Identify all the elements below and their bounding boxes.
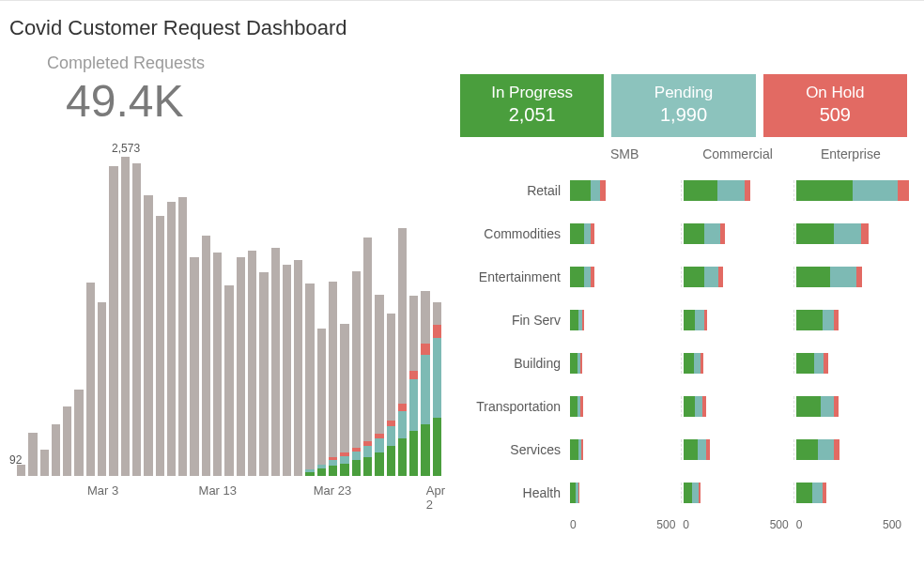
matrix-cell[interactable] [793, 310, 907, 330]
histogram-bar[interactable] [17, 465, 25, 476]
histogram-axis-tick: Mar 13 [199, 483, 237, 498]
histogram-bar[interactable] [387, 314, 395, 476]
matrix-row: Entertainment [460, 255, 907, 299]
matrix-axis: 0500 0500 0500 [460, 518, 907, 537]
matrix-cell[interactable] [681, 396, 794, 417]
matrix-cell[interactable] [793, 353, 907, 374]
histogram-bar[interactable] [329, 282, 337, 476]
matrix-cell[interactable] [681, 483, 794, 503]
histogram-bar[interactable] [28, 433, 37, 476]
histogram-bar[interactable] [52, 424, 60, 476]
histogram-bar[interactable] [86, 283, 95, 476]
histogram-bar[interactable] [305, 284, 314, 476]
status-card-title: In Progress [460, 84, 604, 102]
histogram-bar[interactable] [248, 251, 256, 476]
histogram-bar[interactable] [363, 238, 372, 476]
matrix-cell[interactable] [793, 439, 907, 460]
matrix-row: Commodities [460, 212, 907, 255]
histogram-bar[interactable] [63, 406, 71, 476]
histogram-bar[interactable] [178, 197, 187, 476]
histogram-bar[interactable] [421, 291, 429, 476]
matrix-row: Health [460, 471, 907, 514]
matrix-row-label: Commodities [460, 226, 568, 241]
matrix-row: Fin Serv [460, 299, 907, 342]
status-card[interactable]: On Hold509 [763, 74, 907, 137]
histogram-bar[interactable] [224, 285, 233, 476]
matrix-row-label: Services [460, 442, 568, 457]
histogram-bar[interactable] [271, 248, 280, 476]
matrix-cell[interactable] [568, 310, 681, 330]
status-card-value: 509 [763, 104, 907, 126]
histogram-bar[interactable] [409, 296, 418, 476]
matrix-cell[interactable] [681, 267, 794, 287]
matrix-cell[interactable] [793, 396, 907, 417]
status-card[interactable]: Pending1,990 [611, 74, 755, 137]
histogram-bar[interactable] [340, 324, 348, 477]
matrix-row: Retail [460, 169, 907, 212]
histogram-bar[interactable] [352, 271, 361, 476]
matrix-cell[interactable] [793, 483, 907, 503]
status-card-title: On Hold [763, 84, 907, 102]
matrix-cell[interactable] [793, 223, 907, 244]
histogram-axis-tick: Mar 3 [87, 483, 118, 498]
histogram-bar[interactable] [98, 302, 106, 476]
matrix-cell[interactable] [793, 267, 907, 287]
matrix-row-label: Entertainment [460, 269, 568, 284]
histogram-bar[interactable] [121, 157, 130, 476]
histogram-bar[interactable] [132, 163, 141, 476]
histogram-bar[interactable] [40, 450, 49, 476]
histogram-bar[interactable] [375, 295, 383, 476]
matrix-cell[interactable] [793, 180, 907, 201]
matrix-row-label: Health [460, 485, 568, 500]
histogram-bar[interactable] [433, 302, 441, 476]
status-card[interactable]: In Progress2,051 [460, 74, 604, 137]
histogram-bar[interactable] [259, 272, 268, 476]
matrix-cell[interactable] [568, 483, 681, 503]
matrix-cell[interactable] [681, 180, 794, 201]
matrix-cell[interactable] [568, 439, 681, 460]
segment-headers: SMB Commercial Enterprise [460, 146, 907, 161]
matrix-row: Services [460, 428, 907, 471]
status-card-value: 1,990 [611, 104, 755, 126]
matrix-cell[interactable] [681, 223, 794, 244]
histogram-axis-tick: Apr 2 [426, 483, 445, 512]
matrix-row-label: Fin Serv [460, 313, 568, 328]
histogram-bar[interactable] [237, 257, 245, 476]
matrix-cell[interactable] [681, 310, 794, 330]
histogram-chart[interactable]: 2,573 92 Mar 3Mar 13Mar 23Apr 2 [9, 136, 441, 502]
matrix-cell[interactable] [681, 353, 794, 374]
histogram-bar[interactable] [167, 202, 176, 476]
axis-tick: 500 [656, 518, 675, 531]
segment-header: Commercial [681, 146, 793, 161]
status-card-title: Pending [611, 84, 755, 102]
histogram-bar[interactable] [190, 257, 198, 476]
status-cards: In Progress2,051Pending1,990On Hold509 [460, 74, 907, 137]
histogram-bar[interactable] [317, 329, 326, 476]
kpi-value: 49.4K [66, 75, 441, 127]
matrix-cell[interactable] [568, 180, 681, 201]
matrix-cell[interactable] [681, 439, 794, 460]
histogram-bar[interactable] [283, 265, 291, 476]
axis-tick: 500 [770, 518, 789, 531]
axis-tick: 500 [883, 518, 901, 531]
histogram-axis-tick: Mar 23 [314, 483, 351, 498]
histogram-bar[interactable] [398, 228, 407, 476]
histogram-bar[interactable] [144, 195, 152, 476]
histogram-bar[interactable] [294, 260, 302, 476]
matrix-cell[interactable] [568, 267, 681, 287]
matrix-row-label: Transportation [460, 399, 568, 414]
axis-tick: 0 [570, 518, 577, 531]
histogram-bar[interactable] [202, 236, 210, 476]
axis-tick: 0 [796, 518, 803, 531]
axis-tick: 0 [683, 518, 689, 531]
histogram-bar[interactable] [109, 166, 117, 476]
histogram-bar[interactable] [213, 253, 222, 476]
matrix-row-label: Retail [460, 183, 568, 198]
matrix-cell[interactable] [568, 353, 681, 374]
matrix-cell[interactable] [568, 396, 681, 417]
histogram-bar[interactable] [74, 390, 83, 476]
histogram-bar[interactable] [156, 216, 164, 476]
matrix-row-label: Building [460, 356, 568, 371]
industry-matrix[interactable]: RetailCommoditiesEntertainmentFin ServBu… [460, 169, 907, 514]
matrix-cell[interactable] [568, 223, 681, 244]
